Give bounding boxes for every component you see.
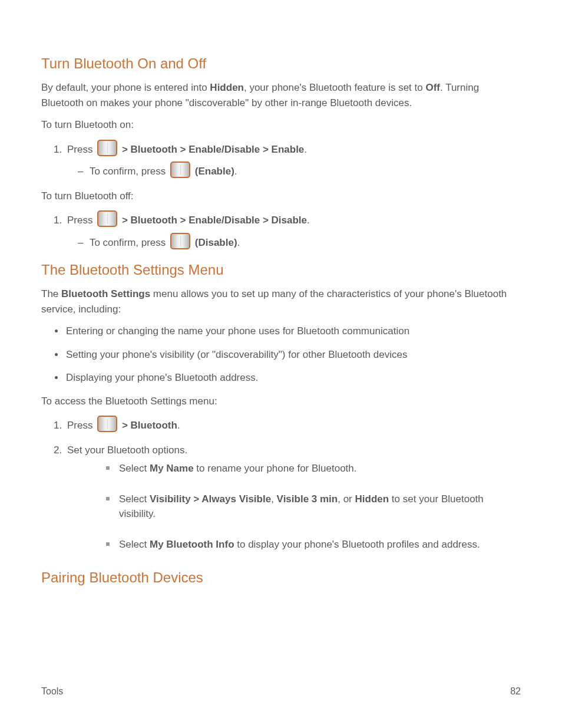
press-text: Press <box>67 420 95 431</box>
opt-vis-bold1: Visibility > Always Visible <box>150 493 271 505</box>
confirm-text: To confirm, press <box>90 166 168 177</box>
press-text: Press <box>67 215 95 226</box>
settings-intro-a: The <box>41 288 61 299</box>
phone-ok-button-icon <box>170 233 190 249</box>
access-menu-path: > Bluetooth <box>122 420 177 431</box>
phone-ok-button-icon <box>97 140 117 156</box>
enable-substep: – To confirm, press (Enable). <box>67 162 521 179</box>
bullet-visibility: Setting your phone's visibility (or "dis… <box>65 347 521 363</box>
intro-state-hidden: Hidden <box>210 82 244 93</box>
heading-turn-on: Turn Bluetooth On and Off <box>41 53 521 74</box>
opt-vis-mid2: , or <box>338 493 355 505</box>
enable-label: To turn Bluetooth on: <box>41 117 521 133</box>
option-my-info: Select My Bluetooth Info to display your… <box>106 537 521 552</box>
settings-bullets: Entering or changing the name your phone… <box>41 324 521 386</box>
footer-section: Tools <box>41 684 63 699</box>
phone-ok-button-icon <box>97 416 117 432</box>
disable-step-1: Press > Bluetooth > Enable/Disable > Dis… <box>65 210 521 250</box>
heading-settings: The Bluetooth Settings Menu <box>41 259 521 281</box>
bullet-name: Entering or changing the name your phone… <box>65 324 521 339</box>
page-footer: Tools 82 <box>41 684 521 699</box>
opt-myname-rest: to rename your phone for Bluetooth. <box>194 463 357 474</box>
disable-steps: Press > Bluetooth > Enable/Disable > Dis… <box>41 210 521 250</box>
opt-select: Select <box>119 463 150 474</box>
opt-myname-bold: My Name <box>150 463 194 474</box>
option-visibility: Select Visibility > Always Visible, Visi… <box>106 492 521 522</box>
access-step-2: Set your Bluetooth options. Select My Na… <box>65 443 521 552</box>
disable-key-label: (Disable) <box>195 237 237 248</box>
opt-info-bold: My Bluetooth Info <box>150 539 234 550</box>
access-steps: Press > Bluetooth. Set your Bluetooth op… <box>41 416 521 552</box>
phone-ok-button-icon <box>97 210 117 227</box>
opt-vis-bold3: Hidden <box>355 493 389 505</box>
footer-page-number: 82 <box>510 684 521 699</box>
enable-steps: Press > Bluetooth > Enable/Disable > Ena… <box>41 140 521 179</box>
enable-step-1: Press > Bluetooth > Enable/Disable > Ena… <box>65 140 521 179</box>
press-text: Press <box>67 144 95 155</box>
disable-substep: – To confirm, press (Disable). <box>67 233 521 251</box>
opt-select: Select <box>119 539 150 550</box>
access-step-1: Press > Bluetooth. <box>65 416 521 433</box>
opt-info-rest: to display your phone's Bluetooth profil… <box>234 539 480 550</box>
settings-intro-bold: Bluetooth Settings <box>61 288 150 299</box>
intro-p1b: , your phone's Bluetooth feature is set … <box>244 82 426 93</box>
option-my-name: Select My Name to rename your phone for … <box>106 461 521 476</box>
intro-state-off: Off <box>425 82 440 93</box>
enable-menu-path: > Bluetooth > Enable/Disable > Enable <box>122 144 304 155</box>
option-list: Select My Name to rename your phone for … <box>67 461 521 552</box>
confirm-text: To confirm, press <box>90 237 168 248</box>
disable-menu-path: > Bluetooth > Enable/Disable > Disable <box>122 215 307 226</box>
disable-label: To turn Bluetooth off: <box>41 189 521 204</box>
opt-vis-mid: , <box>271 493 276 505</box>
opt-vis-bold2: Visible 3 min <box>277 493 338 505</box>
bullet-address: Displaying your phone's Bluetooth addres… <box>65 370 521 386</box>
access-step2-text: Set your Bluetooth options. <box>67 444 187 456</box>
access-label: To access the Bluetooth Settings menu: <box>41 394 521 409</box>
intro-paragraph: By default, your phone is entered into H… <box>41 80 521 110</box>
intro-p1a: By default, your phone is entered into <box>41 82 210 93</box>
opt-select: Select <box>119 493 150 505</box>
phone-ok-button-icon <box>170 162 190 178</box>
settings-intro: The Bluetooth Settings menu allows you t… <box>41 286 521 317</box>
heading-pair: Pairing Bluetooth Devices <box>41 567 521 588</box>
enable-key-label: (Enable) <box>195 166 234 177</box>
